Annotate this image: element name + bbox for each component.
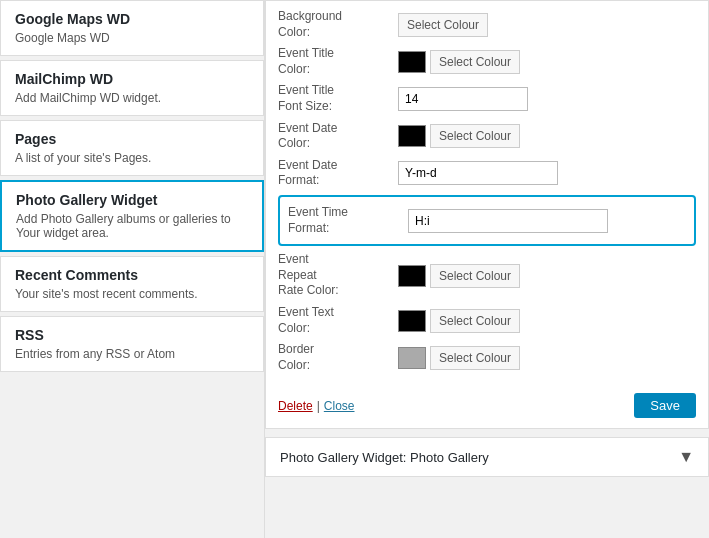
event-title-font-size-input[interactable] xyxy=(398,87,528,111)
footer-separator: | xyxy=(317,399,320,413)
close-button[interactable]: Close xyxy=(324,399,355,413)
event-repeat-rate-color-label: EventRepeatRate Color: xyxy=(278,252,398,299)
main-panel: BackgroundColor: Select Colour Event Tit… xyxy=(265,0,709,538)
event-date-format-label: Event DateFormat: xyxy=(278,158,398,189)
border-color-swatch[interactable] xyxy=(398,347,426,369)
sidebar-item-recent-comments-desc: Your site's most recent comments. xyxy=(15,287,249,301)
sidebar-item-rss-desc: Entries from any RSS or Atom xyxy=(15,347,249,361)
event-date-color-select-colour-button[interactable]: Select Colour xyxy=(430,124,520,148)
event-date-format-row: Event DateFormat: xyxy=(278,158,696,189)
sidebar-item-photo-gallery-widget-title: Photo Gallery Widget xyxy=(16,192,248,208)
event-repeat-rate-color-select-colour-button[interactable]: Select Colour xyxy=(430,264,520,288)
event-title-font-size-row: Event TitleFont Size: xyxy=(278,83,696,114)
event-text-color-row: Event TextColor: Select Colour xyxy=(278,305,696,336)
event-title-font-size-label: Event TitleFont Size: xyxy=(278,83,398,114)
form-footer: Delete | Close Save xyxy=(266,387,708,428)
event-title-color-swatch[interactable] xyxy=(398,51,426,73)
event-time-format-label: Event TimeFormat: xyxy=(288,205,408,236)
event-title-color-label: Event TitleColor: xyxy=(278,46,398,77)
event-time-format-input[interactable] xyxy=(408,209,608,233)
event-text-color-select-colour-button[interactable]: Select Colour xyxy=(430,309,520,333)
sidebar-item-mailchimp-wd-desc: Add MailChimp WD widget. xyxy=(15,91,249,105)
sidebar-item-rss-title: RSS xyxy=(15,327,249,343)
border-color-label: BorderColor: xyxy=(278,342,398,373)
widget-sidebar: Google Maps WD Google Maps WD MailChimp … xyxy=(0,0,265,538)
sidebar-item-google-maps-wd-title: Google Maps WD xyxy=(15,11,249,27)
sidebar-item-google-maps-wd[interactable]: Google Maps WD Google Maps WD xyxy=(0,0,264,56)
background-color-label: BackgroundColor: xyxy=(278,9,398,40)
bottom-widget-bar[interactable]: Photo Gallery Widget: Photo Gallery ▼ xyxy=(265,437,709,477)
sidebar-item-rss[interactable]: RSS Entries from any RSS or Atom xyxy=(0,316,264,372)
event-text-color-label: Event TextColor: xyxy=(278,305,398,336)
sidebar-item-recent-comments[interactable]: Recent Comments Your site's most recent … xyxy=(0,256,264,312)
event-text-color-swatch[interactable] xyxy=(398,310,426,332)
sidebar-item-google-maps-wd-desc: Google Maps WD xyxy=(15,31,249,45)
event-title-color-select-colour-button[interactable]: Select Colour xyxy=(430,50,520,74)
chevron-down-icon[interactable]: ▼ xyxy=(678,448,694,466)
event-repeat-rate-color-row: EventRepeatRate Color: Select Colour xyxy=(278,252,696,299)
event-repeat-rate-color-swatch[interactable] xyxy=(398,265,426,287)
sidebar-item-mailchimp-wd[interactable]: MailChimp WD Add MailChimp WD widget. xyxy=(0,60,264,116)
border-color-row: BorderColor: Select Colour xyxy=(278,342,696,373)
event-title-color-row: Event TitleColor: Select Colour xyxy=(278,46,696,77)
sidebar-item-pages-title: Pages xyxy=(15,131,249,147)
widget-form: BackgroundColor: Select Colour Event Tit… xyxy=(265,0,709,429)
delete-button[interactable]: Delete xyxy=(278,399,313,413)
event-date-color-swatch[interactable] xyxy=(398,125,426,147)
sidebar-item-pages[interactable]: Pages A list of your site's Pages. xyxy=(0,120,264,176)
event-date-color-label: Event DateColor: xyxy=(278,121,398,152)
sidebar-item-pages-desc: A list of your site's Pages. xyxy=(15,151,249,165)
sidebar-item-mailchimp-wd-title: MailChimp WD xyxy=(15,71,249,87)
border-color-select-colour-button[interactable]: Select Colour xyxy=(430,346,520,370)
form-body: BackgroundColor: Select Colour Event Tit… xyxy=(266,1,708,387)
save-button[interactable]: Save xyxy=(634,393,696,418)
event-date-color-row: Event DateColor: Select Colour xyxy=(278,121,696,152)
bottom-widget-bar-title: Photo Gallery Widget: Photo Gallery xyxy=(280,450,489,465)
sidebar-item-recent-comments-title: Recent Comments xyxy=(15,267,249,283)
sidebar-item-photo-gallery-widget-desc: Add Photo Gallery albums or galleries to… xyxy=(16,212,248,240)
sidebar-item-photo-gallery-widget[interactable]: Photo Gallery Widget Add Photo Gallery a… xyxy=(0,180,264,252)
background-color-row: BackgroundColor: Select Colour xyxy=(278,9,696,40)
background-color-select-colour-button[interactable]: Select Colour xyxy=(398,13,488,37)
event-time-format-highlight: Event TimeFormat: xyxy=(278,195,696,246)
event-date-format-input[interactable] xyxy=(398,161,558,185)
